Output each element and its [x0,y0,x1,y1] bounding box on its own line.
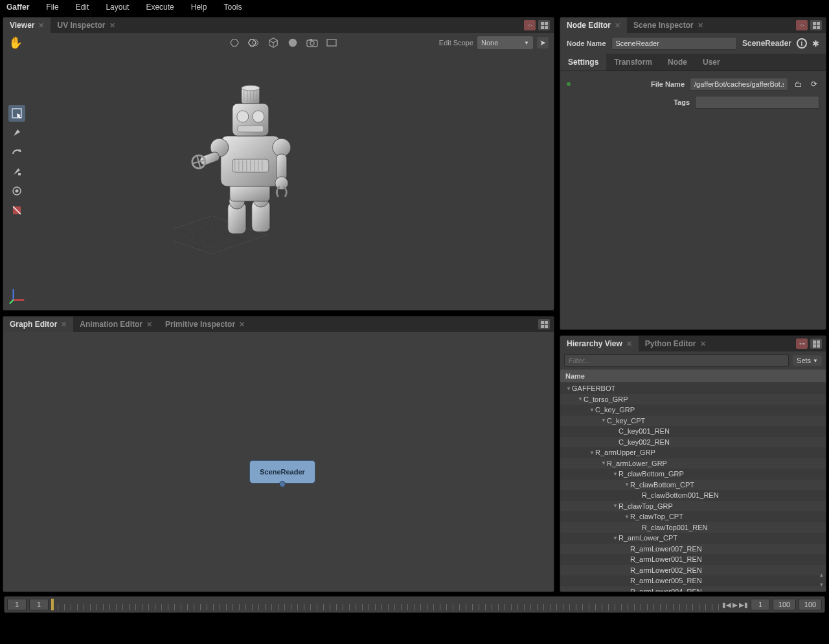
close-icon[interactable]: ✕ [239,320,245,329]
tree-row[interactable]: R_clawTop001_REN [560,522,826,533]
bookmark-icon[interactable]: ·:· [796,20,808,30]
play-start-icon[interactable]: ▮◀ [722,601,731,608]
tree-row[interactable]: ▼R_armLower_CPT [560,533,826,544]
tree-row[interactable]: C_key001_REN [560,426,826,437]
timeline-frame-input[interactable] [751,599,770,610]
chevron-down-icon[interactable]: ▼ [600,460,607,466]
chevron-down-icon[interactable]: ▼ [612,535,619,541]
cube-icon[interactable] [266,36,280,50]
close-icon[interactable]: ✕ [109,21,115,30]
tree-row[interactable]: ▼R_armLower_GRP [560,458,826,469]
tree-row[interactable]: ▼R_clawTop_CPT [560,511,826,522]
sphere-icon[interactable] [286,36,300,50]
play-end-icon[interactable]: ▶▮ [739,601,748,608]
timeline-range-start-input[interactable] [773,599,796,610]
menu-edit[interactable]: Edit [76,3,89,12]
file-name-input[interactable] [690,78,788,91]
timeline-start-input[interactable] [7,599,27,610]
translate-tool-icon[interactable] [8,124,25,141]
play-icon[interactable]: ▶ [732,601,738,608]
close-icon[interactable]: ✕ [146,320,152,329]
close-icon[interactable]: ✕ [626,340,632,348]
reload-icon[interactable]: ⟳ [809,79,819,89]
node-name-input[interactable] [611,37,737,50]
chevron-down-icon[interactable]: ▼ [589,407,595,413]
viewer-viewport[interactable] [3,52,554,310]
subtab-node[interactable]: Node [660,54,695,71]
column-header-name[interactable]: Name [560,370,826,383]
tab-python-editor[interactable]: Python Editor✕ [639,336,712,351]
timeline-current-input[interactable] [29,599,49,610]
timeline-track[interactable] [51,599,720,610]
chevron-down-icon[interactable]: ▼ [612,503,619,509]
select-tool-icon[interactable] [8,105,25,122]
tree-row[interactable]: R_armLower004_REN [560,586,826,592]
tags-input[interactable] [695,96,819,109]
tree-row[interactable]: R_armLower002_REN [560,565,826,576]
menu-help[interactable]: Help [191,3,207,12]
chevron-down-icon[interactable]: ▼ [577,396,584,402]
folder-icon[interactable]: 🗀 [793,79,804,89]
tree-row[interactable]: C_key002_REN [560,437,826,448]
node-output-port[interactable] [279,481,286,487]
tree-row[interactable]: ▼R_clawBottom_CPT [560,480,826,491]
menu-execute[interactable]: Execute [146,3,174,12]
close-icon[interactable]: ✕ [698,21,703,30]
tree-row[interactable]: ▼C_torso_GRP [560,394,826,405]
tab-primitive-inspector[interactable]: Primitive Inspector✕ [159,316,251,332]
edit-scope-next-icon[interactable]: ➤ [537,37,549,49]
edit-scope-select[interactable]: None▼ [477,36,533,49]
scroll-up-icon[interactable]: ▲ [819,572,824,578]
tab-node-editor[interactable]: Node Editor✕ [560,17,627,33]
graph-node-scenereader[interactable]: SceneReader [249,460,315,483]
layout-grid-icon[interactable] [810,20,822,30]
close-icon[interactable]: ✕ [38,21,44,30]
tree-row[interactable]: R_clawBottom001_REN [560,490,826,501]
tab-viewer[interactable]: Viewer✕ [3,17,51,33]
tab-graph-editor[interactable]: Graph Editor✕ [3,316,73,332]
close-icon[interactable]: ✕ [700,340,706,348]
chevron-down-icon[interactable]: ▼ [612,471,619,477]
camera-tool-icon[interactable] [8,183,25,199]
tree-row[interactable]: ▼GAFFERBOT [560,383,826,394]
subtab-transform[interactable]: Transform [606,54,660,71]
layout-grid-icon[interactable] [810,339,822,349]
filter-input[interactable] [564,354,789,367]
tree-row[interactable]: R_armLower007_REN [560,544,826,555]
layout-grid-icon[interactable] [538,20,550,30]
close-icon[interactable]: ✕ [615,21,620,30]
rotate-tool-icon[interactable] [8,144,25,161]
chevron-down-icon[interactable]: ▼ [565,386,572,392]
tab-animation-editor[interactable]: Animation Editor✕ [73,316,159,332]
subtab-user[interactable]: User [695,54,728,71]
info-icon[interactable]: i [797,38,807,49]
sets-dropdown[interactable]: Sets▼ [793,355,822,366]
plane-icon[interactable] [324,36,339,50]
chevron-down-icon[interactable]: ▼ [624,514,630,520]
tree-row[interactable]: ▼R_clawTop_GRP [560,501,826,512]
scale-tool-icon[interactable] [8,163,25,180]
chevron-down-icon[interactable]: ▼ [589,450,595,456]
subtab-settings[interactable]: Settings [560,54,606,71]
tab-hierarchy-view[interactable]: Hierarchy View✕ [560,336,639,351]
tree-row[interactable]: R_armLower005_REN [560,575,826,586]
scroll-down-icon[interactable]: ▼ [819,582,824,588]
chevron-down-icon[interactable]: ▼ [600,417,607,423]
expand-all-icon[interactable] [247,36,261,50]
bookmark-icon[interactable]: ·:· [524,20,536,30]
tree-row[interactable]: R_armLower001_REN [560,554,826,565]
tree-row[interactable]: ▼R_armUpper_GRP [560,447,826,458]
expand-icon[interactable] [227,36,242,50]
chevron-down-icon[interactable]: ▼ [624,482,630,487]
gear-icon[interactable]: ✱ [812,39,819,49]
menu-tools[interactable]: Tools [223,3,242,12]
camera-icon[interactable] [305,36,319,50]
layout-grid-icon[interactable] [538,319,550,329]
hierarchy-tree[interactable]: ▲ ▼ ▼GAFFERBOT▼C_torso_GRP▼C_key_GRP▼C_k… [560,383,826,592]
menu-layout[interactable]: Layout [106,3,129,12]
tab-scene-inspector[interactable]: Scene Inspector✕ [627,17,710,33]
bookmark-icon[interactable]: ⊶ [796,339,808,349]
graph-canvas[interactable]: SceneReader [3,332,554,592]
menu-file[interactable]: File [46,3,58,12]
crop-tool-icon[interactable] [8,202,25,219]
